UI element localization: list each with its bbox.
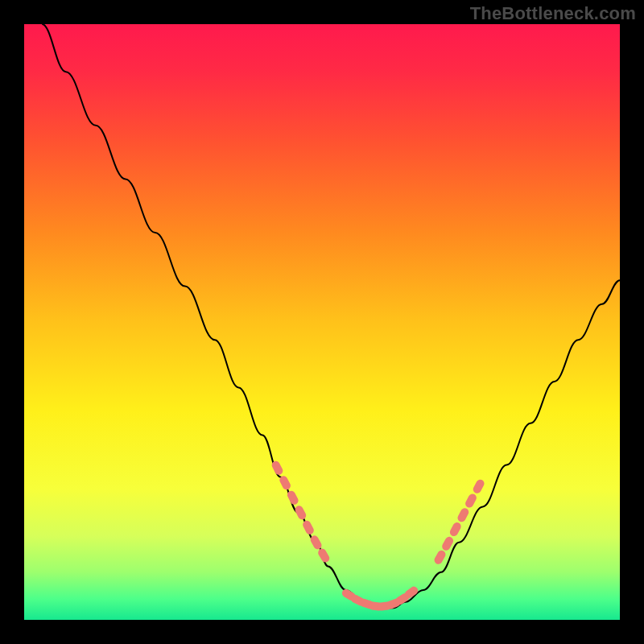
chart-svg <box>24 24 620 620</box>
bottleneck-chart <box>24 24 620 620</box>
gradient-background <box>24 24 620 620</box>
stage: TheBottleneck.com <box>0 0 644 644</box>
watermark-text: TheBottleneck.com <box>470 3 636 24</box>
